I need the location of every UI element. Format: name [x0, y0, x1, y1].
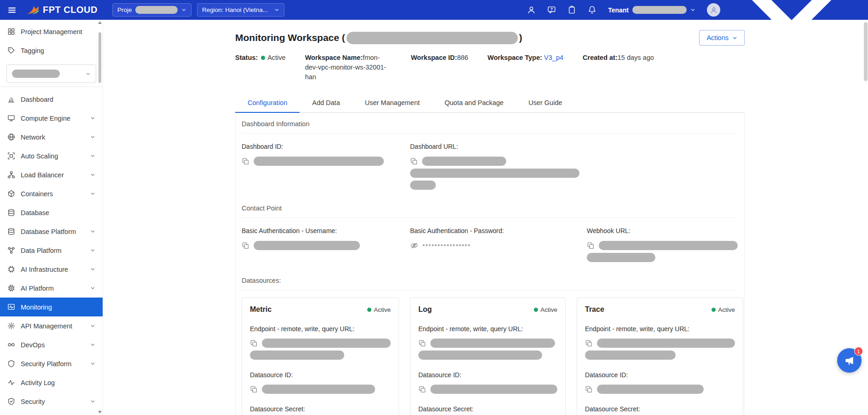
region-select-label: Region: Hanoi (Vietna... [202, 6, 268, 13]
status-label: Status: [235, 54, 258, 61]
monitor-icon [7, 114, 15, 122]
sidebar-item-auto-scaling[interactable]: Auto Scaling [0, 146, 103, 165]
sidebar-item-ai-platform[interactable]: AI Platform [0, 279, 103, 298]
announcements-fab[interactable]: 1 [837, 348, 862, 373]
workspace-id-label: Workspace ID: [411, 54, 457, 61]
sidebar-item-label: Security [21, 398, 45, 405]
sidebar-item-security[interactable]: Security [0, 392, 103, 411]
page-scrollbar[interactable] [864, 20, 868, 415]
status-text: Active [540, 306, 557, 313]
copy-icon[interactable] [242, 242, 249, 250]
scroll-down-arrow-icon[interactable] [98, 411, 102, 414]
chevron-down-icon [90, 191, 95, 196]
chevron-down-icon [90, 399, 95, 404]
copy-icon[interactable] [585, 339, 593, 347]
project-select[interactable]: Proje [112, 3, 191, 17]
user-icon[interactable] [527, 6, 536, 14]
dashboard-url-field: Dashboard URL: [410, 134, 738, 190]
copy-icon[interactable] [250, 386, 258, 393]
copy-icon[interactable] [410, 158, 418, 165]
meta-workspace-id: Workspace ID:886 [411, 53, 469, 63]
copy-icon[interactable] [418, 386, 426, 393]
support-chat-icon[interactable]: ? [547, 6, 556, 14]
account-menu[interactable] [707, 0, 861, 79]
navbar-right: ? Tenant [527, 0, 861, 79]
datasource-name: Metric [250, 305, 272, 314]
shield-icon [7, 360, 15, 368]
redacted-endpoint-url [430, 339, 555, 348]
copy-icon[interactable] [418, 339, 426, 347]
sidebar-item-ai-infrastructure[interactable]: AI Infrastructure [0, 260, 103, 279]
page-scrollbar-thumb[interactable] [864, 22, 868, 81]
tenant-label: Tenant [608, 6, 629, 14]
sidebar-item-tagging[interactable]: Tagging [0, 41, 103, 60]
tab-configuration[interactable]: Configuration [235, 93, 300, 112]
sidebar-item-project-management[interactable]: Project Management [0, 22, 103, 41]
sidebar-item-containers[interactable]: Containers [0, 184, 103, 203]
sidebar-item-monitoring[interactable]: Monitoring [0, 298, 103, 316]
password-label: Basic Authentication - Password: [410, 227, 587, 234]
cube-icon [7, 190, 15, 198]
sidebar-item-data-platform[interactable]: Data Platform [0, 241, 103, 260]
copy-icon[interactable] [242, 158, 249, 165]
sidebar-item-label: Network [21, 134, 45, 141]
sidebar-item-security-platform[interactable]: Security Platform [0, 354, 103, 373]
value-row [585, 385, 735, 394]
fpt-cloud-logo[interactable]: FPT CLOUD [26, 5, 98, 15]
value-row [250, 351, 391, 360]
webhook-url-field: Webhook URL: [587, 218, 738, 262]
sidebar-item-label: AI Infrastructure [21, 266, 68, 273]
project-select-label: Proje [117, 6, 132, 13]
tab-add-data[interactable]: Add Data [300, 93, 352, 112]
sidebar-item-load-balancer[interactable]: Load Balancer [0, 165, 103, 184]
tenant-select[interactable]: Tenant [608, 6, 695, 14]
status-badge: Active [364, 306, 391, 313]
sidebar-project-dropdown[interactable] [6, 64, 96, 83]
card-header: TraceActive [585, 305, 735, 314]
sidebar-scrollbar-thumb[interactable] [98, 32, 101, 83]
scroll-up-arrow-icon[interactable] [98, 21, 102, 24]
copy-icon[interactable] [250, 339, 258, 347]
tab-quota-and-package[interactable]: Quota and Package [432, 93, 516, 112]
copy-icon[interactable] [585, 386, 593, 393]
tab-user-guide[interactable]: User Guide [516, 93, 574, 112]
sidebar-item-label: API Management [21, 322, 72, 330]
sidebar-item-database[interactable]: Database [0, 203, 103, 222]
sidebar-item-api-management[interactable]: API Management [0, 316, 103, 335]
chevron-down-icon [90, 323, 95, 328]
sidebar-item-label: Data Platform [21, 247, 62, 254]
sidebar-item-compute-engine[interactable]: Compute Engine [0, 109, 103, 128]
sidebar-top-items: Project ManagementTagging [0, 20, 103, 60]
eye-off-icon[interactable] [410, 241, 418, 250]
region-select[interactable]: Region: Hanoi (Vietna... [197, 3, 284, 17]
chevron-down-icon [274, 7, 279, 12]
dashboard-id-label: Dashboard ID: [242, 143, 410, 150]
avatar [707, 3, 720, 17]
dashboard-url-label: Dashboard URL: [410, 143, 738, 150]
main-content: Monitoring Workspace ( ) Actions Status:… [103, 20, 868, 415]
sidebar-scrollbar[interactable] [98, 21, 102, 414]
notifications-bell-icon[interactable] [588, 6, 596, 14]
webhook-url-label: Webhook URL: [587, 227, 738, 234]
sidebar-item-database-platform[interactable]: Database Platform [0, 222, 103, 241]
sidebar-item-activity-log[interactable]: Activity Log [0, 373, 103, 392]
menu-hamburger-icon[interactable] [7, 6, 17, 15]
sidebar-item-dashboard[interactable]: Dashboard [0, 90, 103, 109]
chevron-down-icon [690, 7, 695, 12]
value-row [418, 351, 557, 360]
sidebar-item-label: AI Platform [21, 285, 54, 292]
card-header: MetricActive [250, 305, 391, 314]
clipboard-icon[interactable] [567, 6, 576, 14]
copy-icon[interactable] [587, 242, 595, 250]
sidebar-item-devops[interactable]: DevOps [0, 335, 103, 354]
sidebar-item-label: Load Balancer [21, 171, 64, 179]
datasource-card-trace: TraceActiveEndpoint - remote, write, que… [577, 298, 743, 415]
tab-user-management[interactable]: User Management [353, 93, 432, 112]
bars-icon [7, 95, 15, 103]
chevron-down-icon [90, 153, 95, 158]
redacted-webhook-url [599, 241, 738, 250]
chevron-down-icon [90, 286, 95, 291]
sidebar-item-network[interactable]: Network [0, 128, 103, 146]
basic-auth-username-field: Basic Authentication - Username: [242, 218, 410, 262]
sidebar-item-label: Auto Scaling [21, 152, 58, 160]
